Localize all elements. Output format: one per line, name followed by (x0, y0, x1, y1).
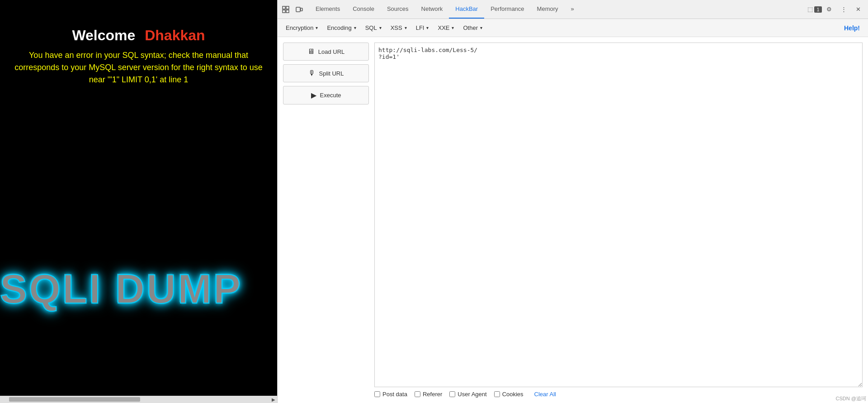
webpage-content: Welcome Dhakkan You have an error in you… (0, 0, 277, 86)
svg-rect-0 (283, 6, 285, 9)
nav-encoding[interactable]: Encoding ▾ (322, 19, 360, 37)
nav-sql[interactable]: SQL ▾ (361, 19, 386, 37)
clear-all-link[interactable]: Clear All (534, 391, 556, 398)
tab-sources[interactable]: Sources (381, 0, 415, 19)
username: Dhakkan (145, 27, 205, 43)
svg-rect-1 (286, 10, 289, 13)
nav-other[interactable]: Other ▾ (458, 19, 487, 37)
execute-button[interactable]: ▶ Execute (283, 86, 369, 104)
hackbar-url-area: http://sqli-labs.com/Less-5/ ?id=1' Post… (374, 43, 863, 398)
devtools-right-icons: ⬚ 1 ⚙ ⋮ ✕ (808, 3, 866, 16)
devtools-top-bar: Elements Console Sources Network HackBar… (278, 0, 868, 19)
tab-memory[interactable]: Memory (531, 0, 565, 19)
nav-lfi[interactable]: LFI ▾ (411, 19, 434, 37)
split-url-icon: 🎙 (308, 69, 316, 77)
load-url-icon: 🖥 (307, 47, 315, 56)
svg-rect-3 (286, 6, 289, 9)
tab-more[interactable]: » (565, 0, 580, 19)
nav-xxe[interactable]: XXE ▾ (433, 19, 458, 37)
cookies-checkbox[interactable] (494, 391, 500, 397)
webpage-scrollbar[interactable]: ▶ (0, 396, 277, 403)
encryption-dropdown-arrow: ▾ (316, 25, 318, 30)
webpage-panel: Welcome Dhakkan You have an error in you… (0, 0, 277, 403)
hackbar-buttons-panel: 🖥 Load URL 🎙 Split URL ▶ Execute (283, 43, 369, 398)
load-url-button[interactable]: 🖥 Load URL (283, 43, 369, 61)
tab-console[interactable]: Console (346, 0, 381, 19)
lfi-dropdown-arrow: ▾ (426, 25, 429, 30)
svg-rect-4 (296, 7, 300, 12)
encoding-dropdown-arrow: ▾ (354, 25, 356, 30)
tab-network[interactable]: Network (415, 0, 449, 19)
xxe-dropdown-arrow: ▾ (452, 25, 454, 30)
split-url-button[interactable]: 🎙 Split URL (283, 64, 369, 82)
svg-rect-2 (283, 10, 285, 13)
hackbar-checkboxes: Post data Referer User Agent Cookies C (374, 391, 863, 398)
devtools-icon-group (279, 3, 306, 16)
nav-encryption[interactable]: Encryption ▾ (281, 19, 322, 37)
sqli-logo: SQLI DUMP (0, 266, 277, 313)
csdn-watermark: CSDN @追珂 (834, 394, 868, 403)
welcome-label: Welcome (72, 27, 135, 43)
url-textarea[interactable]: http://sqli-labs.com/Less-5/ ?id=1' (374, 43, 863, 387)
tab-window-icon[interactable]: ⬚ 1 (808, 3, 821, 16)
tab-performance[interactable]: Performance (484, 0, 530, 19)
referer-checkbox[interactable] (415, 391, 420, 397)
hackbar-main-content: 🖥 Load URL 🎙 Split URL ▶ Execute http://… (278, 37, 868, 403)
other-dropdown-arrow: ▾ (480, 25, 482, 30)
tab-elements[interactable]: Elements (309, 0, 346, 19)
xss-dropdown-arrow: ▾ (405, 25, 407, 30)
referer-checkbox-item[interactable]: Referer (415, 391, 442, 398)
scrollbar-thumb[interactable] (9, 397, 140, 402)
help-link[interactable]: Help! (840, 19, 864, 37)
tab-hackbar[interactable]: HackBar (449, 0, 484, 19)
devtools-tabs: Elements Console Sources Network HackBar… (309, 0, 808, 19)
post-data-checkbox[interactable] (374, 391, 380, 397)
settings-icon[interactable]: ⚙ (823, 3, 835, 16)
nav-xss[interactable]: XSS ▾ (386, 19, 411, 37)
svg-rect-5 (301, 8, 302, 11)
post-data-checkbox-item[interactable]: Post data (374, 391, 407, 398)
sql-dropdown-arrow: ▾ (379, 25, 382, 30)
user-agent-checkbox-item[interactable]: User Agent (449, 391, 486, 398)
close-devtools-icon[interactable]: ✕ (852, 3, 864, 16)
select-element-icon[interactable] (279, 3, 292, 16)
devtools-panel: Elements Console Sources Network HackBar… (277, 0, 868, 403)
user-agent-checkbox[interactable] (449, 391, 455, 397)
hackbar-nav: Encryption ▾ Encoding ▾ SQL ▾ XSS ▾ LFI … (278, 19, 868, 37)
tab-count-badge: 1 (814, 6, 821, 13)
sqli-logo-text: SQLI DUMP (0, 266, 242, 313)
device-toggle-icon[interactable] (293, 3, 306, 16)
error-message: You have an error in your SQL syntax; ch… (0, 49, 277, 86)
more-options-icon[interactable]: ⋮ (837, 3, 850, 16)
execute-icon: ▶ (311, 91, 316, 100)
scroll-arrow-right[interactable]: ▶ (272, 397, 275, 402)
cookies-checkbox-item[interactable]: Cookies (494, 391, 524, 398)
